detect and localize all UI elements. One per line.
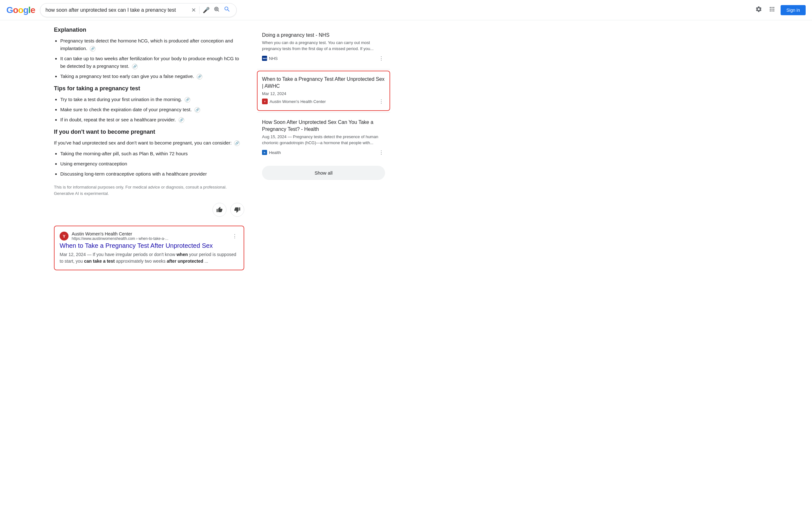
result-title: When to Take a Pregnancy Test After Unpr… [60, 242, 239, 249]
image-search-button[interactable] [213, 5, 220, 14]
sidebar-result-title: How Soon After Unprotected Sex Can You T… [262, 119, 385, 133]
svg-point-1 [216, 8, 217, 10]
source-name: Austin Women's Health Center [72, 231, 228, 236]
ai-disclaimer: This is for informational purposes only.… [54, 184, 244, 196]
header-right: Sign in [754, 4, 806, 15]
citation-link-4[interactable]: 🔗 [185, 97, 190, 103]
list-item: Taking the morning-after pill, such as P… [60, 150, 244, 158]
show-all-button[interactable]: Show all [262, 166, 385, 180]
citation-link-6[interactable]: 🔗 [179, 117, 184, 123]
svg-point-0 [215, 7, 218, 11]
search-button[interactable] [223, 5, 231, 15]
citation-link-3[interactable]: 🔗 [197, 74, 202, 79]
thumbs-down-button[interactable] [230, 203, 244, 217]
sidebar-result-snippet: When you can do a pregnancy test. You ca… [262, 40, 385, 51]
thumbs-up-button[interactable] [212, 203, 226, 217]
no-pregnant-heading: If you don't want to become pregnant [54, 129, 244, 135]
sidebar-result-nhs[interactable]: Doing a pregnancy test - NHS When you ca… [257, 26, 390, 68]
nhs-icon: NHS [262, 56, 267, 61]
citation-link-7[interactable]: 🔗 [234, 140, 240, 146]
sidebar-result-meta: h Health ⋮ [262, 148, 385, 157]
sidebar-result-meta: NHS NHS ⋮ [262, 54, 385, 63]
search-divider [199, 6, 200, 14]
nhs-more-options[interactable]: ⋮ [377, 54, 385, 63]
list-item: Taking a pregnancy test too early can gi… [60, 72, 244, 80]
apps-button[interactable] [767, 4, 777, 15]
svg-text:NHS: NHS [263, 57, 267, 60]
divider [257, 69, 390, 69]
search-bar: ✕ 🎤 [40, 3, 237, 17]
list-item: Discussing long-term contraceptive optio… [60, 170, 244, 178]
nhs-source-name: NHS [269, 56, 277, 61]
sidebar-card: Doing a pregnancy test - NHS When you ca… [257, 26, 390, 180]
tips-list: Try to take a test during your first uri… [54, 96, 244, 124]
list-item: It can take up to two weeks after fertil… [60, 55, 244, 70]
health-source-name: Health [269, 150, 281, 155]
google-logo[interactable]: Google [6, 5, 35, 15]
more-options-button[interactable]: ⋮ [231, 232, 239, 240]
citation-link-5[interactable]: 🔗 [194, 107, 200, 113]
feedback-row [54, 203, 244, 217]
citation-link-1[interactable]: 🔗 [90, 46, 96, 52]
ai-answer-section: Explanation Pregnancy tests detect the h… [54, 26, 244, 217]
awhc-more-options[interactable]: ⋮ [377, 97, 385, 106]
awhc-icon: Y [262, 99, 268, 104]
sidebar-result-title: Doing a pregnancy test - NHS [262, 32, 385, 39]
settings-button[interactable] [754, 4, 763, 15]
header: Google ✕ 🎤 Si [0, 0, 812, 20]
tips-heading: Tips for taking a pregnancy test [54, 85, 244, 92]
consider-text: If you've had unprotected sex and don't … [54, 139, 244, 147]
sidebar-result-health[interactable]: How Soon After Unprotected Sex Can You T… [257, 114, 390, 162]
source-info: Austin Women's Health Center https://www… [72, 231, 228, 241]
sidebar-result-title: When to Take a Pregnancy Test After Unpr… [262, 76, 385, 90]
voice-search-button[interactable]: 🎤 [202, 6, 210, 14]
result-title-link[interactable]: When to Take a Pregnancy Test After Unpr… [60, 242, 213, 249]
sidebar-result-snippet: Aug 15, 2024 — Pregnancy tests detect th… [262, 134, 385, 146]
list-item: Try to take a test during your first uri… [60, 96, 244, 103]
sidebar-result-meta: Y Austin Women's Health Center ⋮ [262, 97, 385, 106]
right-column: Doing a pregnancy test - NHS When you ca… [257, 26, 390, 270]
clear-button[interactable]: ✕ [191, 6, 197, 14]
result-source-row: Y Austin Women's Health Center https://w… [60, 231, 239, 241]
awhc-source-name: Austin Women's Health Center [270, 99, 326, 104]
explanation-list: Pregnancy tests detect the hormone hCG, … [54, 37, 244, 80]
list-item: Pregnancy tests detect the hormone hCG, … [60, 37, 244, 52]
health-more-options[interactable]: ⋮ [377, 148, 385, 157]
citation-link-2[interactable]: 🔗 [132, 64, 138, 69]
list-item: If in doubt, repeat the test or see a he… [60, 116, 244, 124]
search-result-card: Y Austin Women's Health Center https://w… [54, 226, 244, 270]
result-snippet: Mar 12, 2024 — If you have irregular per… [60, 251, 239, 265]
search-input[interactable] [45, 7, 188, 13]
no-pregnant-list: Taking the morning-after pill, such as P… [54, 150, 244, 178]
source-favicon: Y [60, 232, 68, 240]
sidebar-result-awhc[interactable]: When to Take a Pregnancy Test After Unpr… [257, 71, 390, 111]
explanation-heading: Explanation [54, 26, 244, 33]
sign-in-button[interactable]: Sign in [780, 5, 806, 15]
sidebar-result-date: Mar 12, 2024 [262, 91, 385, 96]
source-url: https://www.austinwomenshealth.com › whe… [72, 236, 228, 241]
left-column: Explanation Pregnancy tests detect the h… [54, 26, 244, 270]
list-item: Make sure to check the expiration date o… [60, 106, 244, 113]
main-content: Explanation Pregnancy tests detect the h… [0, 20, 444, 283]
health-icon: h [262, 150, 267, 155]
list-item: Using emergency contraception [60, 160, 244, 168]
